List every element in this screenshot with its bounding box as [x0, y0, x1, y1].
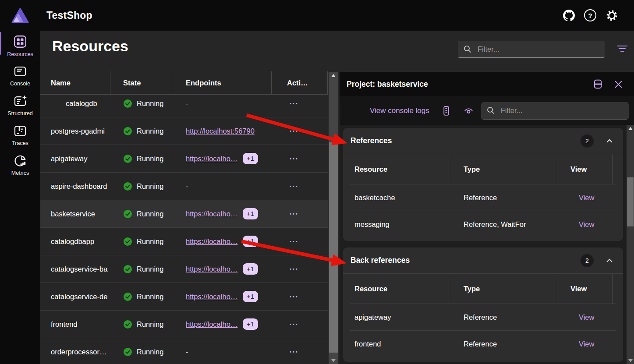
more-options-icon[interactable]: ⋯	[272, 181, 328, 191]
close-icon[interactable]	[614, 80, 623, 89]
panel-filter-field[interactable]	[500, 106, 623, 115]
endpoint-link[interactable]: https://localho…	[186, 293, 237, 301]
table-row[interactable]: apigateway Running https://localho… +1 ⋯	[40, 145, 328, 173]
resource-name: orderprocessor…	[40, 348, 110, 356]
structured-logs-icon	[13, 94, 28, 109]
topbar-actions: ?	[562, 9, 618, 22]
table-row[interactable]: orderprocessor… Running - ⋯	[40, 338, 328, 364]
table-scrollbar[interactable]	[329, 72, 338, 364]
search-icon	[463, 45, 472, 53]
view-link[interactable]: View	[557, 340, 594, 348]
endpoint-link[interactable]: https://localho…	[186, 155, 237, 163]
resource-endpoints: https://localho… +1	[172, 153, 272, 164]
column-header-state[interactable]: State	[110, 71, 172, 94]
table-row[interactable]: basketservice Running https://localho… +…	[40, 200, 328, 228]
sidebar: Resources Console Structured	[0, 31, 40, 364]
column-header-actions[interactable]: Acti…	[272, 71, 328, 94]
scroll-up-icon[interactable]	[627, 125, 634, 132]
column-header-endpoints[interactable]: Endpoints	[172, 71, 272, 94]
table-row[interactable]: basketcache Reference View	[350, 184, 616, 211]
references-col-view: View	[557, 154, 613, 184]
panel-filter-input[interactable]	[481, 102, 629, 120]
view-link[interactable]: View	[557, 313, 594, 321]
scroll-up-icon[interactable]	[329, 72, 338, 79]
traces-icon	[13, 124, 28, 138]
resource-endpoints: https://localho… +1	[172, 263, 272, 275]
running-check-icon	[123, 347, 132, 357]
sidebar-item-structured[interactable]: Structured	[0, 90, 40, 120]
collapse-chevron-icon[interactable]	[606, 138, 613, 144]
more-options-icon[interactable]: ⋯	[272, 264, 328, 274]
settings-gear-icon[interactable]	[605, 9, 618, 22]
filter-options-icon[interactable]	[616, 43, 629, 54]
back-references-col-view: View	[557, 274, 613, 304]
endpoint-link[interactable]: https://localho…	[186, 210, 237, 218]
table-row[interactable]: catalogdbapp Running https://localho… +1…	[40, 228, 328, 255]
resources-filter-input[interactable]	[458, 41, 605, 58]
sidebar-item-traces[interactable]: Traces	[0, 120, 40, 150]
resource-state: Running	[110, 182, 172, 191]
more-options-icon[interactable]: ⋯	[272, 236, 328, 247]
details-panel-body: References 2 Resource Type View	[340, 125, 634, 364]
more-options-icon[interactable]: ⋯	[272, 153, 328, 164]
column-header-name[interactable]: Name	[40, 71, 110, 94]
scroll-down-icon[interactable]	[329, 357, 338, 364]
grid-icon	[12, 34, 28, 49]
endpoint-link[interactable]: https://localho…	[186, 265, 237, 273]
table-row[interactable]: aspire-dashboard Running - ⋯	[40, 173, 328, 200]
sidebar-item-resources[interactable]: Resources	[0, 31, 40, 60]
extra-endpoints-badge[interactable]: +1	[243, 263, 258, 275]
more-options-icon[interactable]: ⋯	[272, 126, 328, 136]
more-options-icon[interactable]: ⋯	[272, 209, 328, 219]
view-link[interactable]: View	[557, 220, 594, 228]
resource-name: apigateway	[40, 155, 110, 163]
view-link[interactable]: View	[557, 194, 594, 201]
view-console-logs-link[interactable]: View console logs	[370, 106, 429, 115]
sidebar-item-metrics[interactable]: Metrics	[0, 150, 40, 180]
github-icon[interactable]	[562, 9, 575, 22]
extra-endpoints-badge[interactable]: +1	[243, 208, 258, 219]
panel-scrollbar-thumb[interactable]	[627, 177, 634, 226]
back-references-section: Back references 2 Resource Type View	[343, 247, 623, 362]
more-options-icon[interactable]: ⋯	[272, 346, 328, 357]
endpoint-link[interactable]: https://localho…	[186, 320, 237, 329]
more-options-icon[interactable]: ⋯	[272, 319, 328, 329]
help-icon[interactable]: ?	[584, 9, 597, 22]
panel-scrollbar[interactable]	[627, 125, 634, 364]
running-check-icon	[123, 182, 132, 191]
endpoint-link[interactable]: http://localhost:56790	[186, 127, 255, 135]
table-row[interactable]: frontend Reference View	[350, 330, 616, 357]
extra-endpoints-badge[interactable]: +1	[243, 291, 258, 302]
table-row[interactable]: catalogservice-de Running https://localh…	[40, 283, 328, 311]
scroll-down-icon[interactable]	[627, 357, 634, 364]
resource-endpoints: http://localhost:56790	[172, 127, 272, 135]
references-col-resource: Resource	[350, 154, 449, 184]
table-row[interactable]: catalogdb Running - ⋯	[40, 94, 328, 117]
resources-filter-field[interactable]	[477, 45, 599, 54]
resource-state: Running	[110, 209, 172, 219]
extra-endpoints-badge[interactable]: +1	[243, 318, 258, 330]
report-list-icon[interactable]	[442, 105, 451, 117]
resource-name: aspire-dashboard	[40, 182, 110, 191]
table-scrollbar-thumb[interactable]	[329, 142, 338, 353]
sidebar-item-console[interactable]: Console	[0, 60, 40, 90]
table-row[interactable]: apigateway Reference View	[350, 304, 616, 330]
table-row[interactable]: messaging Reference, WaitFor View	[350, 211, 616, 237]
endpoint-empty: -	[186, 99, 188, 108]
resource-name: postgres-pgadmi	[40, 127, 110, 135]
more-options-icon[interactable]: ⋯	[272, 98, 328, 109]
resource-endpoints: -	[172, 182, 272, 191]
extra-endpoints-badge[interactable]: +1	[243, 153, 258, 164]
table-row[interactable]: frontend Running https://localho… +1 ⋯	[40, 311, 328, 338]
resource-endpoints: https://localho… +1	[172, 318, 272, 330]
split-orientation-icon[interactable]	[593, 79, 603, 89]
collapse-chevron-icon[interactable]	[606, 258, 613, 264]
table-row[interactable]: postgres-pgadmi Running http://localhost…	[40, 117, 328, 145]
endpoint-empty: -	[186, 182, 188, 191]
extra-endpoints-badge[interactable]: +1	[243, 236, 258, 247]
resource-name: catalogdb	[40, 99, 110, 108]
more-options-icon[interactable]: ⋯	[272, 291, 328, 302]
watch-values-eye-icon[interactable]	[463, 106, 474, 115]
table-row[interactable]: catalogservice-ba Running https://localh…	[40, 255, 328, 283]
endpoint-link[interactable]: https://localho…	[186, 237, 237, 246]
